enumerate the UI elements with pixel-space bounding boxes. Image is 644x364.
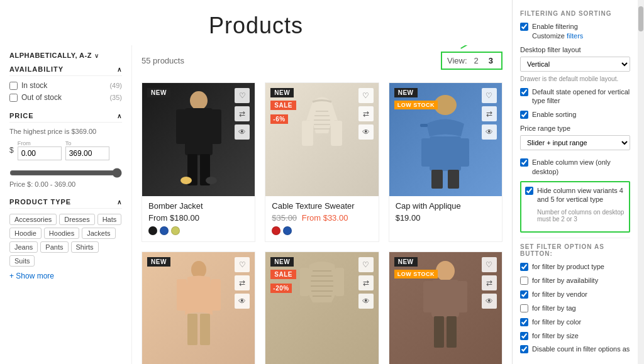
product-type-header[interactable]: PRODUCT TYPE ∧: [9, 198, 122, 209]
panel-divider: [520, 238, 630, 238]
price-header[interactable]: PRICE ∧: [9, 112, 122, 123]
wishlist-button-1[interactable]: ♡: [235, 88, 250, 103]
price-from-input[interactable]: [18, 146, 62, 160]
product-actions-2: ♡ ⇄ 👁: [358, 88, 374, 140]
product-actions-5: ♡ ⇄ 👁: [358, 257, 374, 309]
price-section: PRICE ∧ The highest price is $369.00 $ F…: [9, 112, 122, 188]
product-card-3[interactable]: NEW LOW STOCK ♡ ⇄ 👁 Cap with Applique $1…: [389, 82, 502, 242]
swatch-yellow-1[interactable]: [171, 226, 180, 235]
compare-button-2[interactable]: ⇄: [358, 106, 374, 121]
tag-shirts[interactable]: Shirts: [71, 241, 99, 253]
wishlist-button-6[interactable]: ♡: [482, 257, 497, 272]
default-state-text: Default state opened for vertical type f…: [532, 87, 630, 106]
product-card-5[interactable]: NEW SALE -20% ♡ ⇄ 👁 Item 5 $45.00: [265, 251, 379, 364]
quickview-button-1[interactable]: 👁: [235, 124, 250, 140]
filter-vendor-checkbox[interactable]: [520, 290, 528, 299]
quickview-button-6[interactable]: 👁: [482, 294, 497, 309]
swatch-red-2[interactable]: [272, 226, 280, 235]
hide-column-checkbox[interactable]: [525, 187, 533, 195]
enable-filtering-checkbox[interactable]: [520, 23, 528, 31]
compare-button-6[interactable]: ⇄: [482, 275, 497, 290]
product-type-chevron: ∧: [117, 199, 122, 206]
enable-sorting-checkbox[interactable]: [520, 111, 528, 119]
show-more-link[interactable]: + Show more: [9, 272, 54, 280]
sort-label[interactable]: ALPHABETICALLY, A-Z: [9, 52, 92, 59]
scrollbar-thumb[interactable]: [638, 6, 643, 31]
filter-product-type-checkbox[interactable]: [520, 263, 528, 271]
scrollbar-track[interactable]: [638, 0, 644, 364]
tag-dresses[interactable]: Dresses: [59, 214, 94, 225]
page-title: Products: [0, 0, 512, 45]
filter-color-text: for filter by color: [532, 317, 581, 327]
badge-low-stock-3: LOW STOCK: [394, 101, 438, 109]
tag-hoodies[interactable]: Hoodies: [44, 228, 79, 239]
quickview-button-2[interactable]: 👁: [358, 124, 374, 140]
product-card-2[interactable]: NEW SALE -6% ♡ ⇄ 👁 Cable Texture Sweater…: [265, 82, 379, 242]
svg-point-35: [436, 261, 455, 281]
disable-count-text: Disable count in filter options as: [532, 345, 630, 354]
filter-availability-checkbox[interactable]: [520, 277, 528, 285]
in-stock-label[interactable]: In stock: [9, 81, 47, 90]
desktop-filter-layout-select[interactable]: Vertical Horizontal: [520, 57, 630, 72]
tag-pants[interactable]: Pants: [40, 241, 68, 253]
sort-bar[interactable]: ALPHABETICALLY, A-Z ∨: [9, 52, 122, 59]
filter-tag-checkbox[interactable]: [520, 304, 528, 312]
products-grid: NEW ♡ ⇄ 👁 Bomber Jacket From $180.00: [142, 82, 502, 364]
filter-sidebar: ALPHABETICALLY, A-Z ∨ AVAILABILITY ∧ In …: [0, 45, 132, 364]
wishlist-button-4[interactable]: ♡: [235, 257, 250, 272]
price-range-slider[interactable]: [9, 168, 122, 178]
svg-rect-28: [335, 268, 344, 296]
product-price-2: $35.00 From $33.00: [272, 213, 372, 223]
filter-size-row: for filter by size: [520, 331, 630, 341]
in-stock-checkbox[interactable]: [9, 82, 18, 90]
product-name-2: Cable Texture Sweater: [272, 201, 372, 211]
quickview-button-3[interactable]: 👁: [482, 124, 497, 140]
filter-availability-row: for filter by availability: [520, 276, 630, 285]
quickview-button-4[interactable]: 👁: [235, 294, 250, 309]
products-area: 55 products View: 2 3 ↓: [132, 45, 512, 364]
filters-link[interactable]: filters: [567, 32, 583, 40]
tag-suits[interactable]: Suits: [9, 255, 35, 267]
default-state-checkbox[interactable]: [520, 88, 528, 96]
tag-jeans[interactable]: Jeans: [9, 241, 38, 253]
tag-accessories[interactable]: Accessories: [9, 214, 57, 225]
view-3-button[interactable]: 3: [486, 55, 496, 67]
swatch-blue-1[interactable]: [160, 226, 169, 235]
filter-color-checkbox[interactable]: [520, 318, 528, 326]
product-actions-6: ♡ ⇄ 👁: [482, 257, 497, 309]
enable-column-view-checkbox[interactable]: [520, 158, 528, 167]
swatch-black-1[interactable]: [148, 226, 157, 235]
price-title: PRICE: [9, 112, 34, 119]
disable-count-checkbox[interactable]: [520, 345, 528, 353]
view-label: View:: [447, 56, 467, 65]
compare-button-5[interactable]: ⇄: [358, 275, 374, 290]
view-2-button[interactable]: 2: [471, 55, 482, 67]
tag-hoodie[interactable]: Hoodie: [9, 228, 42, 239]
enable-sorting-text: Enable sorting: [532, 110, 576, 119]
badge-new-6: NEW: [394, 257, 418, 267]
availability-header[interactable]: AVAILABILITY ∧: [9, 65, 122, 76]
compare-button-4[interactable]: ⇄: [235, 275, 250, 290]
enable-column-view-text: Enable column view (only desktop): [532, 158, 630, 177]
svg-point-6: [180, 177, 192, 184]
currency-symbol: $: [9, 146, 14, 155]
tag-jackets[interactable]: Jackets: [82, 228, 115, 239]
out-of-stock-checkbox[interactable]: [9, 94, 18, 102]
out-of-stock-text: Out of stock: [21, 93, 62, 102]
price-chevron: ∧: [117, 113, 122, 119]
compare-button-1[interactable]: ⇄: [235, 106, 250, 121]
filter-size-checkbox[interactable]: [520, 332, 528, 340]
compare-button-3[interactable]: ⇄: [482, 106, 497, 121]
price-to-input[interactable]: [65, 146, 109, 160]
product-card-4[interactable]: NEW ♡ ⇄ 👁 Item 4 $25.00: [142, 251, 255, 364]
wishlist-button-3[interactable]: ♡: [482, 88, 497, 103]
out-of-stock-label[interactable]: Out of stock: [9, 93, 62, 102]
wishlist-button-5[interactable]: ♡: [358, 257, 374, 272]
quickview-button-5[interactable]: 👁: [358, 294, 374, 309]
swatch-blue-2[interactable]: [283, 226, 292, 235]
product-card-1[interactable]: NEW ♡ ⇄ 👁 Bomber Jacket From $180.00: [142, 82, 255, 242]
wishlist-button-2[interactable]: ♡: [358, 88, 374, 103]
tag-hats[interactable]: Hats: [97, 214, 122, 225]
price-range-type-select[interactable]: Slider + input range Slider only Input r…: [520, 135, 630, 150]
product-card-6[interactable]: NEW LOW STOCK ♡ ⇄ 👁 Item 6 $35.00: [389, 251, 502, 364]
